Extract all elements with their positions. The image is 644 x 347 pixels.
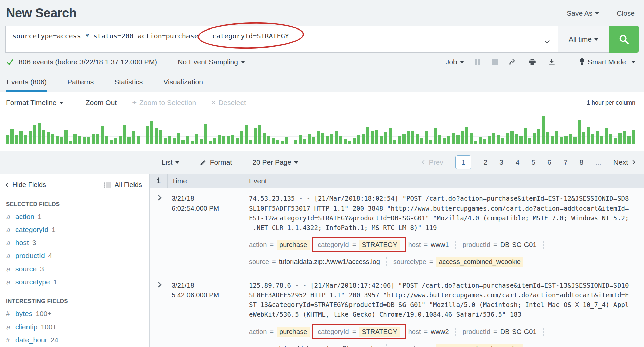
timeline-bar[interactable] [222,136,225,144]
timeline-bar[interactable] [600,136,603,144]
raw-event-text[interactable]: 74.53.23.135 - - [21/Mar/2018:18:02:54] … [249,194,644,233]
timeline-bar[interactable] [83,137,86,144]
timeline-bar[interactable] [6,135,9,144]
timeline-bar[interactable] [92,134,95,144]
timeline-bar[interactable] [596,131,599,144]
raw-event-text[interactable]: 125.89.78.6 - - [21/Mar/2018:17:42:06] "… [249,281,644,320]
timeline-bar[interactable] [375,130,378,144]
timeline-bar[interactable] [42,130,45,144]
share-icon[interactable] [508,58,517,66]
timeline-bar[interactable] [344,139,347,144]
timeline-bar[interactable] [569,134,572,144]
timeline-bar[interactable] [335,131,338,144]
timeline-bar[interactable] [119,136,122,144]
field-action[interactable]: aaction1 [6,213,142,221]
timeline-bar[interactable] [623,131,626,144]
timeline-bar[interactable] [312,137,315,144]
timeline-bar[interactable] [47,132,50,144]
timeline-bar[interactable] [614,138,617,144]
timeline-bar[interactable] [164,138,167,144]
timeline-bar[interactable] [218,135,221,144]
per-page-menu[interactable]: 20 Per Page [252,158,298,166]
prev-page-button[interactable]: Prev [422,158,443,166]
event-field-sourcetype[interactable]: sourcetype=access_combined_wcookie [393,344,523,347]
page-button-5[interactable]: 5 [532,158,536,166]
timeline-bar[interactable] [150,121,153,144]
timeline-bar[interactable] [357,135,360,144]
timeline-bar[interactable] [380,136,383,144]
timeline-bar[interactable] [155,128,158,144]
timeline-bar[interactable] [528,138,531,144]
tab-statistics[interactable]: Statistics [114,74,143,92]
timeline-bar[interactable] [560,137,563,144]
timeline-bar[interactable] [105,136,108,144]
timeline-bar[interactable] [488,136,491,144]
event-timeline-histogram[interactable] [6,115,635,144]
timeline-bar[interactable] [609,134,612,144]
save-as-menu[interactable]: Save As [567,9,599,17]
timeline-bar[interactable] [524,128,527,144]
timeline-bar[interactable] [240,131,243,144]
field-host[interactable]: ahost3 [6,239,142,247]
timeline-bar[interactable] [10,129,13,144]
timeline-bar[interactable] [465,127,468,144]
timeline-bar[interactable] [281,141,284,144]
event-field-sourcetype[interactable]: sourcetype=access_combined_wcookie [393,257,523,267]
timeline-bar[interactable] [191,141,194,144]
timeline-bar[interactable] [605,128,608,144]
timeline-bar[interactable] [51,134,54,144]
timeline-bar[interactable] [353,138,356,144]
timeline-bar[interactable] [294,140,297,144]
timeline-bar[interactable] [64,130,67,144]
stop-icon[interactable] [492,59,498,65]
field-date_hour[interactable]: #date_hour24 [6,336,142,344]
timeline-bar[interactable] [254,128,257,144]
timeline-bar[interactable] [416,134,419,144]
timeline-bar[interactable] [181,140,184,144]
timeline-bar[interactable] [123,125,126,144]
timeline-bar[interactable] [362,134,365,144]
tab-patterns[interactable]: Patterns [67,74,94,92]
timeline-bar[interactable] [393,140,396,144]
timeline-bar[interactable] [258,125,261,144]
timeline-bar[interactable] [492,133,495,144]
timeline-bar[interactable] [578,120,581,144]
timeline-bar[interactable] [186,136,189,144]
field-sourcetype[interactable]: asourcetype1 [6,278,142,286]
timeline-bar[interactable] [483,139,486,144]
timeline-bar[interactable] [231,135,234,144]
timeline-bar[interactable] [420,138,423,144]
timeline-bar[interactable] [632,130,635,144]
timeline-bar[interactable] [96,134,99,144]
event-field-source[interactable]: source=tutorialdata.zip:./www1/access.lo… [249,258,380,266]
timeline-bar[interactable] [303,139,306,144]
timeline-bar[interactable] [204,124,207,144]
format-results-menu[interactable]: Format [200,158,232,166]
timeline-bar[interactable] [339,136,342,144]
event-field-source[interactable]: source=tutorialdata.zip:./www2/access.lo… [249,345,380,347]
field-bytes[interactable]: #bytes100+ [6,310,142,318]
timeline-bar[interactable] [438,135,441,144]
timeline-bar[interactable] [555,131,558,144]
timeline-bar[interactable] [200,139,203,144]
timeline-bar[interactable] [38,123,41,144]
timeline-bar[interactable] [407,131,410,144]
zoom-to-selection-button[interactable]: +Zoom to Selection [132,98,196,107]
timeline-bar[interactable] [461,131,464,144]
timeline-bar[interactable] [542,116,545,144]
timeline-bar[interactable] [249,140,252,144]
timeline-bar[interactable] [546,132,549,144]
page-button-8[interactable]: 8 [580,158,584,166]
event-field-categoryId-red-annotation[interactable]: categoryId=STRATEGY [312,324,405,339]
print-icon[interactable] [528,58,537,66]
deselect-button[interactable]: ×Deselect [211,98,246,107]
timeline-bar[interactable] [479,137,482,144]
timeline-bar[interactable] [114,138,117,144]
timeline-bar[interactable] [73,134,76,144]
event-field-host[interactable]: host=www1 [408,241,449,249]
timeline-bar[interactable] [443,138,446,144]
timeline-bar[interactable] [245,125,248,144]
timeline-bar[interactable] [213,138,216,144]
timeline-bar[interactable] [299,135,302,144]
event-sampling-menu[interactable]: No Event Sampling [178,58,245,66]
